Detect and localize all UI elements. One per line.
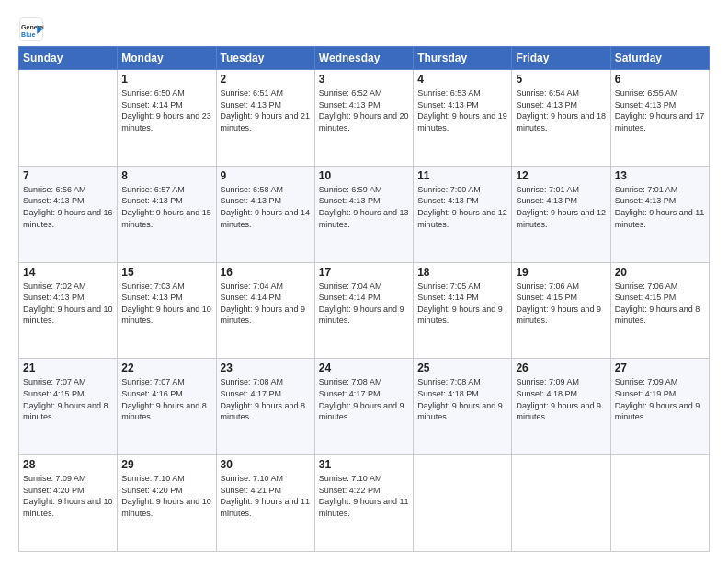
calendar-cell <box>414 455 512 552</box>
calendar-cell: 7Sunrise: 6:56 AM Sunset: 4:13 PM Daylig… <box>19 166 118 262</box>
cell-info: Sunrise: 6:56 AM Sunset: 4:13 PM Dayligh… <box>23 184 113 230</box>
cell-day-number: 22 <box>121 362 211 374</box>
cell-info: Sunrise: 7:02 AM Sunset: 4:13 PM Dayligh… <box>23 281 113 327</box>
cell-info: Sunrise: 6:55 AM Sunset: 4:13 PM Dayligh… <box>615 87 705 133</box>
cell-day-number: 3 <box>319 73 409 86</box>
cell-info: Sunrise: 7:08 AM Sunset: 4:17 PM Dayligh… <box>221 376 311 422</box>
calendar-cell: 4Sunrise: 6:53 AM Sunset: 4:13 PM Daylig… <box>414 70 512 167</box>
calendar-cell: 12Sunrise: 7:01 AM Sunset: 4:13 PM Dayli… <box>512 166 610 262</box>
header-thursday: Thursday <box>414 47 512 70</box>
week-row-2: 14Sunrise: 7:02 AM Sunset: 4:13 PM Dayli… <box>19 262 710 359</box>
cell-day-number: 12 <box>516 169 606 182</box>
calendar-cell <box>19 70 118 167</box>
cell-day-number: 27 <box>615 362 705 374</box>
cell-day-number: 9 <box>221 169 311 182</box>
calendar-table: SundayMondayTuesdayWednesdayThursdayFrid… <box>18 46 710 552</box>
cell-info: Sunrise: 7:00 AM Sunset: 4:13 PM Dayligh… <box>417 184 507 230</box>
cell-info: Sunrise: 6:58 AM Sunset: 4:13 PM Dayligh… <box>221 184 311 230</box>
logo-icon: General Blue <box>18 17 44 42</box>
cell-info: Sunrise: 7:04 AM Sunset: 4:14 PM Dayligh… <box>221 281 311 327</box>
calendar-cell: 17Sunrise: 7:04 AM Sunset: 4:14 PM Dayli… <box>314 262 413 359</box>
cell-day-number: 20 <box>615 266 705 279</box>
calendar-cell: 3Sunrise: 6:52 AM Sunset: 4:13 PM Daylig… <box>314 70 413 167</box>
cell-info: Sunrise: 7:10 AM Sunset: 4:22 PM Dayligh… <box>319 473 409 519</box>
cell-day-number: 16 <box>221 266 311 279</box>
cell-info: Sunrise: 7:08 AM Sunset: 4:18 PM Dayligh… <box>417 376 507 422</box>
calendar-cell: 5Sunrise: 6:54 AM Sunset: 4:13 PM Daylig… <box>512 70 610 167</box>
cell-day-number: 24 <box>319 362 409 374</box>
cell-day-number: 18 <box>417 266 507 279</box>
header-wednesday: Wednesday <box>314 47 413 70</box>
cell-info: Sunrise: 7:09 AM Sunset: 4:19 PM Dayligh… <box>615 376 705 422</box>
calendar-cell: 13Sunrise: 7:01 AM Sunset: 4:13 PM Dayli… <box>610 166 709 262</box>
calendar-cell <box>512 455 610 552</box>
cell-day-number: 8 <box>121 169 211 182</box>
calendar-cell: 9Sunrise: 6:58 AM Sunset: 4:13 PM Daylig… <box>216 166 314 262</box>
cell-day-number: 17 <box>319 266 409 279</box>
cell-info: Sunrise: 6:53 AM Sunset: 4:13 PM Dayligh… <box>417 87 507 133</box>
cell-info: Sunrise: 7:06 AM Sunset: 4:15 PM Dayligh… <box>516 281 606 327</box>
week-row-3: 21Sunrise: 7:07 AM Sunset: 4:15 PM Dayli… <box>19 359 710 455</box>
week-row-4: 28Sunrise: 7:09 AM Sunset: 4:20 PM Dayli… <box>19 455 710 552</box>
cell-day-number: 10 <box>319 169 409 182</box>
calendar-cell: 14Sunrise: 7:02 AM Sunset: 4:13 PM Dayli… <box>19 262 118 359</box>
cell-day-number: 23 <box>221 362 311 374</box>
cell-day-number: 14 <box>23 266 113 279</box>
logo: General Blue <box>18 17 48 42</box>
calendar-cell: 19Sunrise: 7:06 AM Sunset: 4:15 PM Dayli… <box>512 262 610 359</box>
calendar-cell: 29Sunrise: 7:10 AM Sunset: 4:20 PM Dayli… <box>118 455 216 552</box>
calendar-cell: 2Sunrise: 6:51 AM Sunset: 4:13 PM Daylig… <box>216 70 314 167</box>
cell-day-number: 11 <box>417 169 507 182</box>
header-sunday: Sunday <box>19 47 118 70</box>
cell-info: Sunrise: 7:07 AM Sunset: 4:15 PM Dayligh… <box>23 376 113 422</box>
cell-day-number: 7 <box>23 169 113 182</box>
week-row-0: 1Sunrise: 6:50 AM Sunset: 4:14 PM Daylig… <box>19 70 710 167</box>
cell-info: Sunrise: 6:52 AM Sunset: 4:13 PM Dayligh… <box>319 87 409 133</box>
calendar-cell: 10Sunrise: 6:59 AM Sunset: 4:13 PM Dayli… <box>314 166 413 262</box>
svg-text:Blue: Blue <box>21 31 35 38</box>
page: General Blue SundayMondayTuesdayWednesda… <box>0 0 728 563</box>
calendar-cell: 27Sunrise: 7:09 AM Sunset: 4:19 PM Dayli… <box>610 359 709 455</box>
calendar-header-row: SundayMondayTuesdayWednesdayThursdayFrid… <box>19 47 710 70</box>
header-saturday: Saturday <box>610 47 709 70</box>
calendar-cell: 20Sunrise: 7:06 AM Sunset: 4:15 PM Dayli… <box>610 262 709 359</box>
cell-info: Sunrise: 7:09 AM Sunset: 4:18 PM Dayligh… <box>516 376 606 422</box>
cell-info: Sunrise: 6:59 AM Sunset: 4:13 PM Dayligh… <box>319 184 409 230</box>
cell-info: Sunrise: 7:03 AM Sunset: 4:13 PM Dayligh… <box>121 281 211 327</box>
calendar-cell: 6Sunrise: 6:55 AM Sunset: 4:13 PM Daylig… <box>610 70 709 167</box>
cell-info: Sunrise: 7:05 AM Sunset: 4:14 PM Dayligh… <box>417 281 507 327</box>
calendar-cell: 11Sunrise: 7:00 AM Sunset: 4:13 PM Dayli… <box>414 166 512 262</box>
cell-info: Sunrise: 7:01 AM Sunset: 4:13 PM Dayligh… <box>516 184 606 230</box>
cell-info: Sunrise: 6:57 AM Sunset: 4:13 PM Dayligh… <box>121 184 211 230</box>
header-friday: Friday <box>512 47 610 70</box>
calendar-cell: 23Sunrise: 7:08 AM Sunset: 4:17 PM Dayli… <box>216 359 314 455</box>
calendar-cell: 18Sunrise: 7:05 AM Sunset: 4:14 PM Dayli… <box>414 262 512 359</box>
cell-day-number: 29 <box>121 458 211 471</box>
calendar-cell <box>610 455 709 552</box>
cell-day-number: 21 <box>23 362 113 374</box>
calendar-cell: 30Sunrise: 7:10 AM Sunset: 4:21 PM Dayli… <box>216 455 314 552</box>
cell-info: Sunrise: 7:10 AM Sunset: 4:20 PM Dayligh… <box>121 473 211 519</box>
calendar-cell: 26Sunrise: 7:09 AM Sunset: 4:18 PM Dayli… <box>512 359 610 455</box>
header: General Blue <box>18 17 710 42</box>
cell-day-number: 4 <box>417 73 507 86</box>
cell-info: Sunrise: 7:06 AM Sunset: 4:15 PM Dayligh… <box>615 281 705 327</box>
week-row-1: 7Sunrise: 6:56 AM Sunset: 4:13 PM Daylig… <box>19 166 710 262</box>
cell-day-number: 15 <box>121 266 211 279</box>
calendar-cell: 31Sunrise: 7:10 AM Sunset: 4:22 PM Dayli… <box>314 455 413 552</box>
cell-info: Sunrise: 6:50 AM Sunset: 4:14 PM Dayligh… <box>121 87 211 133</box>
cell-day-number: 19 <box>516 266 606 279</box>
calendar-cell: 25Sunrise: 7:08 AM Sunset: 4:18 PM Dayli… <box>414 359 512 455</box>
cell-info: Sunrise: 7:04 AM Sunset: 4:14 PM Dayligh… <box>319 281 409 327</box>
calendar-cell: 16Sunrise: 7:04 AM Sunset: 4:14 PM Dayli… <box>216 262 314 359</box>
cell-day-number: 26 <box>516 362 606 374</box>
header-monday: Monday <box>118 47 216 70</box>
calendar-cell: 21Sunrise: 7:07 AM Sunset: 4:15 PM Dayli… <box>19 359 118 455</box>
cell-info: Sunrise: 6:51 AM Sunset: 4:13 PM Dayligh… <box>221 87 311 133</box>
calendar-cell: 8Sunrise: 6:57 AM Sunset: 4:13 PM Daylig… <box>118 166 216 262</box>
cell-day-number: 25 <box>417 362 507 374</box>
cell-day-number: 13 <box>615 169 705 182</box>
cell-info: Sunrise: 7:01 AM Sunset: 4:13 PM Dayligh… <box>615 184 705 230</box>
cell-info: Sunrise: 7:08 AM Sunset: 4:17 PM Dayligh… <box>319 376 409 422</box>
cell-info: Sunrise: 7:07 AM Sunset: 4:16 PM Dayligh… <box>121 376 211 422</box>
